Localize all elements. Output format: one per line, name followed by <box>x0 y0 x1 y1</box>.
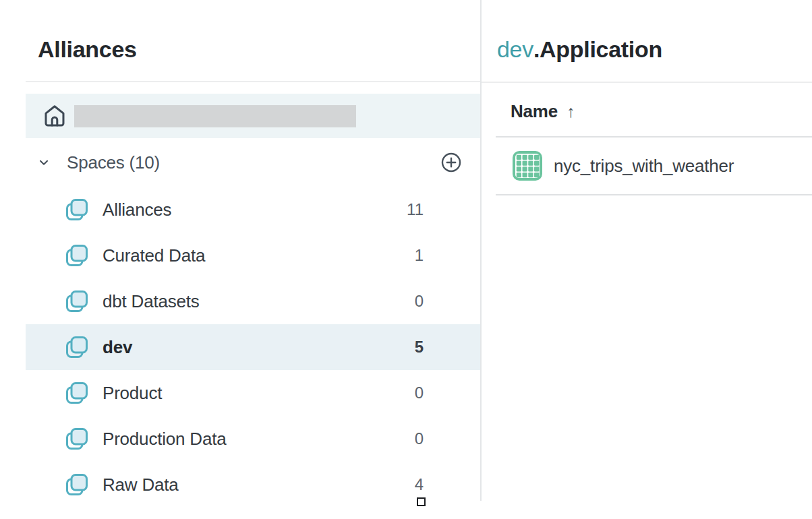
space-count: 4 <box>415 475 424 494</box>
space-icon <box>64 197 90 222</box>
space-list: Alliances 11 Curated Data 1 dbt Datasets… <box>26 187 481 508</box>
spaces-header-label: Spaces (10) <box>67 152 160 173</box>
space-row-production-data[interactable]: Production Data 0 <box>26 416 481 462</box>
table-header-divider <box>496 136 812 138</box>
space-label: Raw Data <box>103 475 179 495</box>
space-label: Curated Data <box>103 245 205 266</box>
space-label: Alliances <box>103 200 171 220</box>
space-count: 1 <box>415 246 424 265</box>
space-count: 5 <box>415 338 424 357</box>
space-row-curated-data[interactable]: Curated Data 1 <box>26 233 481 278</box>
name-column-header[interactable]: Name ↑ <box>511 101 575 122</box>
spaces-tree-header[interactable]: Spaces (10) <box>26 149 481 176</box>
breadcrumb: dev.Application <box>497 38 662 61</box>
table-row-divider <box>496 194 812 195</box>
dataset-name[interactable]: nyc_trips_with_weather <box>554 156 734 177</box>
space-row-alliances[interactable]: Alliances 11 <box>26 187 481 233</box>
space-row-raw-data[interactable]: Raw Data 4 <box>26 462 481 508</box>
space-label: Production Data <box>103 429 226 450</box>
home-icon <box>42 103 67 129</box>
content-header-divider <box>482 82 812 83</box>
sidebar-title: Alliances <box>38 38 137 61</box>
sidebar-header-divider <box>26 81 481 82</box>
name-column-label: Name <box>511 101 558 122</box>
space-label: dbt Datasets <box>103 291 200 312</box>
space-row-dbt-datasets[interactable]: dbt Datasets 0 <box>26 278 481 324</box>
sort-ascending-icon: ↑ <box>567 102 575 121</box>
space-label: Product <box>103 383 162 404</box>
plus-circle-icon <box>440 151 463 174</box>
chevron-down-icon[interactable] <box>36 155 51 170</box>
space-row-product[interactable]: Product 0 <box>26 370 481 416</box>
home-nav-row[interactable] <box>26 94 481 138</box>
add-space-button[interactable] <box>440 151 463 174</box>
breadcrumb-space-link[interactable]: dev <box>497 36 533 62</box>
space-count: 11 <box>407 200 424 219</box>
space-count: 0 <box>415 384 424 402</box>
dataset-table-icon <box>513 151 542 181</box>
space-icon <box>64 472 90 497</box>
space-count: 0 <box>415 429 424 448</box>
space-row-dev[interactable]: dev 5 <box>26 324 481 370</box>
space-icon <box>64 243 90 268</box>
spaces-sidebar: Alliances Spaces (10) Alliances 11 Curat <box>0 0 481 519</box>
space-icon <box>64 334 90 360</box>
stray-square-artifact <box>417 497 426 506</box>
space-icon <box>64 380 90 406</box>
space-count: 0 <box>415 292 424 311</box>
space-icon <box>64 288 90 314</box>
space-label: dev <box>103 337 132 358</box>
redacted-text-placeholder <box>74 105 356 127</box>
dataset-row-nyc-trips-with-weather[interactable]: nyc_trips_with_weather <box>513 151 809 181</box>
space-icon <box>64 426 90 452</box>
breadcrumb-current: .Application <box>533 36 662 62</box>
content-panel: dev.Application Name ↑ nyc_trips_with_we… <box>482 0 812 519</box>
